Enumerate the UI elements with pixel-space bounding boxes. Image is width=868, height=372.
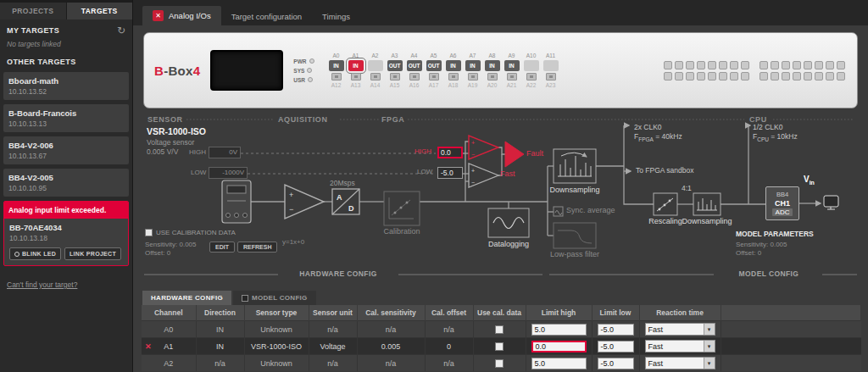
tab-targets[interactable]: TARGETS — [67, 3, 133, 19]
limit-low-value[interactable]: -5.0 — [437, 167, 463, 179]
header-filler — [721, 305, 861, 321]
cmp-minus: − — [471, 180, 475, 186]
adc-block-adc: ADC — [772, 208, 793, 216]
use-cal-data-checkbox[interactable] — [495, 342, 504, 351]
reaction-time-select[interactable]: Fast▾ — [645, 340, 715, 353]
channel-column[interactable]: A7 IN A19 — [465, 53, 481, 88]
channel-direction-box[interactable]: OUT — [387, 60, 403, 71]
cell-sensor-unit: Voltage — [309, 338, 357, 355]
limit-high-input[interactable]: 5.0 — [531, 324, 587, 336]
channel-label: A9 — [509, 53, 515, 58]
table-row-a2[interactable]: A2 n/a Unknown n/a n/a n/a 5.0 -5.0 Fast… — [142, 355, 861, 372]
tab-analog-ios[interactable]: ✕ Analog I/Os — [142, 6, 221, 25]
hardware-config-tab[interactable]: HARDWARE CONFIG — [142, 291, 231, 305]
channel-column[interactable]: A8 IN A20 — [484, 53, 501, 88]
usr-led-icon — [308, 77, 313, 82]
brand-num: 4 — [193, 64, 201, 78]
channel-direction-box[interactable] — [524, 60, 539, 71]
table-row-a0[interactable]: A0 IN Unknown n/a n/a n/a 5.0 -5.0 Fast▾ — [142, 321, 861, 338]
analog-channel-strip: A0 IN A12 A1 IN A13 A2 — [328, 53, 559, 88]
tab-target-configuration[interactable]: Target configuration — [221, 8, 312, 25]
limit-low-input[interactable]: -5.0 — [598, 341, 634, 353]
cal-sensitivity: Sensitivity: 0.005 — [145, 241, 196, 248]
fault-label: Fault — [526, 149, 543, 158]
blink-led-button[interactable]: BLINK LED — [9, 247, 61, 260]
channel-label: A7 — [470, 53, 476, 58]
channel-column[interactable]: A0 IN A12 — [328, 53, 345, 88]
target-card[interactable]: B-Board-Francois 10.10.13.13 — [3, 104, 129, 132]
channel-direction-box[interactable] — [543, 60, 559, 71]
edit-button[interactable]: EDIT — [209, 242, 235, 253]
channel-direction-box[interactable] — [368, 60, 383, 71]
main-area: ✕ Analog I/Os Target configuration Timin… — [133, 0, 868, 372]
adc-channel-block: BB4 CH1 ADC — [765, 186, 799, 220]
find-target-link[interactable]: Can't find your target? — [7, 280, 125, 289]
refresh-button[interactable]: REFRESH — [237, 242, 277, 253]
channel-column[interactable]: A1 IN A13 — [348, 53, 364, 88]
alert-banner: Analog input limit exceeded. — [4, 202, 128, 219]
channel-direction-box[interactable]: IN — [348, 60, 364, 71]
channel-label-bottom: A12 — [331, 82, 342, 88]
channel-column[interactable]: A4 OUT A16 — [406, 53, 423, 88]
sensor-high-value: 0V — [209, 147, 241, 158]
channel-label-bottom: A23 — [546, 82, 556, 88]
cmp-plus: + — [471, 168, 475, 174]
tab-timings[interactable]: Timings — [312, 8, 360, 25]
hardware-config-table: Channel Direction Sensor type Sensor uni… — [142, 305, 861, 371]
downsampling-cpu-label: Downsampling — [678, 217, 736, 225]
channel-column[interactable]: A11 A23 — [542, 53, 559, 88]
cell-channel: A1 — [164, 342, 173, 351]
use-calibration-checkbox[interactable] — [145, 229, 153, 236]
target-card-alert[interactable]: Analog input limit exceeded. BB-70AE4034… — [3, 201, 129, 266]
model-offset: Offset: 0 — [736, 249, 761, 257]
channel-label: A1 — [353, 53, 359, 58]
table-row-a1[interactable]: ✕A1 IN VSR-1000-ISO Voltage 0.005 0 0.0 … — [142, 338, 861, 355]
channel-label: A6 — [450, 53, 457, 58]
tab-projects[interactable]: PROJECTS — [0, 3, 66, 19]
sensor-model: VSR-1000-ISO — [147, 126, 206, 136]
close-tab-icon[interactable]: ✕ — [153, 10, 164, 21]
limit-high-input[interactable]: 5.0 — [531, 358, 587, 369]
reaction-time-select[interactable]: Fast▾ — [645, 357, 715, 369]
channel-label: A8 — [489, 53, 496, 58]
reaction-time-select[interactable]: Fast▾ — [645, 323, 715, 336]
channel-direction-box[interactable]: IN — [329, 60, 344, 71]
cpu-frequency: FCPU = 10kHz — [753, 132, 798, 142]
target-name: BB-70AE4034 — [9, 223, 123, 232]
limit-low-input[interactable]: -5.0 — [598, 358, 634, 369]
channel-column[interactable]: A10 A22 — [523, 53, 540, 88]
target-card[interactable]: BB4-V2-006 10.10.13.67 — [3, 136, 129, 164]
adc-a: A — [337, 193, 342, 202]
limit-high-value[interactable]: 0.0 — [437, 147, 463, 158]
device-status-leds: PWR SYS USR — [293, 58, 314, 83]
use-cal-data-checkbox[interactable] — [495, 325, 504, 334]
channel-column[interactable]: A3 OUT A15 — [387, 53, 403, 88]
header-channel: Channel — [142, 305, 196, 321]
target-card[interactable]: BB4-V2-005 10.10.10.95 — [3, 169, 129, 197]
channel-column[interactable]: A2 A14 — [367, 53, 384, 88]
channel-label: A3 — [392, 53, 398, 58]
model-config-tab[interactable]: MODEL CONFIG — [233, 291, 316, 305]
no-targets-text: No targets linked — [0, 37, 132, 56]
refresh-icon[interactable]: ↻ — [117, 26, 125, 35]
channel-direction-box[interactable]: IN — [504, 60, 520, 71]
channel-column[interactable]: A6 IN A18 — [445, 53, 462, 88]
cell-sensor-type: Unknown — [244, 321, 309, 338]
channel-direction-box[interactable]: IN — [485, 60, 500, 71]
cell-channel: A2 — [142, 355, 196, 372]
channel-label-bottom: A17 — [429, 82, 439, 88]
use-cal-data-checkbox[interactable] — [495, 359, 504, 368]
channel-column[interactable]: A5 OUT A17 — [426, 53, 442, 88]
link-project-button[interactable]: LINK PROJECT — [64, 247, 121, 260]
channel-direction-box[interactable]: OUT — [426, 60, 442, 71]
limit-low-input[interactable]: -5.0 — [598, 324, 634, 336]
target-card[interactable]: Bboard-math 10.10.13.52 — [3, 72, 129, 100]
channel-column[interactable]: A9 IN A21 — [504, 53, 520, 88]
fast-label: Fast — [500, 169, 515, 178]
channel-direction-box[interactable]: OUT — [407, 60, 422, 71]
model-parameters-title: MODEL PARAMETERS — [736, 230, 814, 238]
channel-direction-box[interactable]: IN — [465, 60, 481, 71]
channel-direction-box[interactable]: IN — [446, 60, 461, 71]
sys-led-icon — [307, 68, 312, 73]
limit-high-input-error[interactable]: 0.0 — [531, 341, 587, 353]
